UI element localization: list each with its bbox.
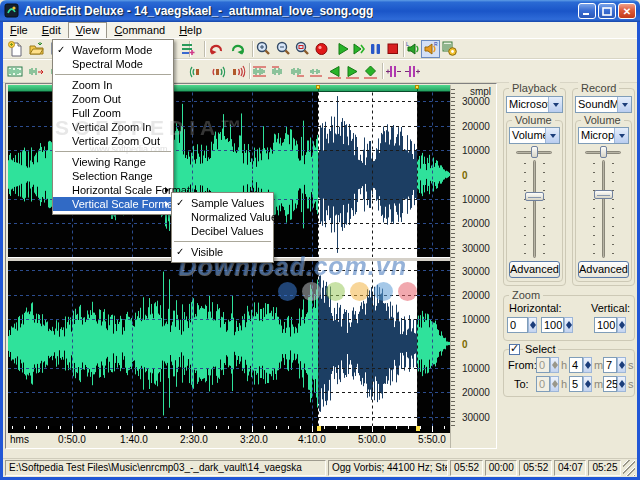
- view-menu: Waveform Mode Spectral Mode Zoom In Zoom…: [52, 39, 174, 215]
- select-from-seconds-field[interactable]: 7: [603, 357, 617, 373]
- playback-advanced-button[interactable]: Advanced: [509, 261, 560, 278]
- select-to-hours-field[interactable]: 0: [536, 376, 550, 392]
- loop-preview-button[interactable]: [228, 62, 247, 80]
- zoom-out-button[interactable]: [274, 40, 293, 58]
- record-volume-source-select[interactable]: Micropho: [578, 127, 629, 144]
- timeline-tick-strip[interactable]: [8, 426, 450, 433]
- selection-handle-icon[interactable]: [415, 85, 419, 89]
- zoom-h-start-field[interactable]: 0: [507, 317, 528, 333]
- select-to-minutes-field[interactable]: 5: [569, 376, 583, 392]
- menu-item-viewing-range[interactable]: Viewing Range: [53, 155, 173, 169]
- marker-start-button[interactable]: [384, 62, 403, 80]
- select-to-seconds-field[interactable]: 25: [603, 376, 617, 392]
- hours-unit: h: [561, 378, 567, 390]
- menu-item-vertical-zoom-in[interactable]: Vertical Zoom In: [53, 120, 173, 134]
- select-from-hours-field[interactable]: 0: [536, 357, 550, 373]
- spinner[interactable]: [617, 376, 626, 392]
- menu-item-zoom-out[interactable]: Zoom Out: [53, 92, 173, 106]
- select-from-minutes-field[interactable]: 4: [569, 357, 583, 373]
- spinner[interactable]: [617, 357, 626, 373]
- dropdown-button[interactable]: [548, 97, 562, 112]
- menu-item-horizontal-scale-format[interactable]: Horizontal Scale Format: [53, 183, 173, 197]
- select-all-button[interactable]: [250, 62, 269, 80]
- menu-file[interactable]: File: [3, 22, 35, 38]
- record-volume-thumb[interactable]: [594, 190, 613, 199]
- minimize-button[interactable]: [578, 3, 596, 19]
- open-file-button[interactable]: [27, 40, 46, 58]
- spinner[interactable]: [528, 317, 537, 333]
- status-selection-end-time: 05:25: [588, 460, 621, 476]
- go-to-start-button[interactable]: [325, 62, 344, 80]
- amplitude-scale: smpl 30000 20000 10000 0 10000 20000 300…: [450, 85, 495, 448]
- waveform-channel-right[interactable]: [8, 261, 450, 426]
- select-to-end-button[interactable]: [288, 62, 307, 80]
- menu-item-zoom-in[interactable]: Zoom In: [53, 78, 173, 92]
- spinner[interactable]: [550, 376, 559, 392]
- scale-label: 20000: [462, 218, 490, 229]
- menu-item-selection-range[interactable]: Selection Range: [53, 169, 173, 183]
- spinner[interactable]: [583, 357, 592, 373]
- playback-volume-source-select[interactable]: Volume Co: [509, 127, 560, 144]
- go-to-end-button[interactable]: [343, 62, 362, 80]
- menu-view[interactable]: View: [68, 22, 108, 38]
- waveform-insert-button[interactable]: [27, 62, 46, 80]
- record-advanced-button[interactable]: Advanced: [578, 261, 629, 278]
- dropdown-button[interactable]: [614, 128, 628, 143]
- maximize-button[interactable]: [598, 3, 616, 19]
- mix-paste-button[interactable]: [179, 40, 198, 58]
- menu-command[interactable]: Command: [107, 22, 172, 38]
- record-button[interactable]: [312, 40, 331, 58]
- zoom-in-button[interactable]: [254, 40, 273, 58]
- spinner[interactable]: [617, 317, 626, 333]
- go-to-selection-button[interactable]: [361, 62, 380, 80]
- menu-item-vertical-scale-format[interactable]: Vertical Scale Format: [53, 197, 173, 211]
- spinner[interactable]: [564, 317, 573, 333]
- menu-edit[interactable]: Edit: [35, 22, 68, 38]
- menu-item-waveform-mode[interactable]: Waveform Mode: [53, 43, 173, 57]
- mono-preview-button[interactable]: [188, 62, 207, 80]
- waveform-grid-button[interactable]: [6, 62, 25, 80]
- dropdown-button[interactable]: [545, 128, 559, 143]
- redo-button[interactable]: [228, 40, 247, 58]
- select-none-button[interactable]: [307, 62, 326, 80]
- zoom-v-field[interactable]: 100: [594, 317, 617, 333]
- timeline-ruler[interactable]: hms 0:50.0 1:40.0 2:30.0 3:20.0 4:10.0 5…: [8, 433, 450, 448]
- slider-ticks: [524, 163, 526, 255]
- select-to-start-button[interactable]: [269, 62, 288, 80]
- close-button[interactable]: ✕: [618, 3, 636, 19]
- stereo-preview-button[interactable]: [208, 62, 227, 80]
- playback-device-select[interactable]: Microsoft S: [506, 96, 563, 113]
- right-channel-speaker-button[interactable]: R: [421, 40, 440, 58]
- selection-handle-icon[interactable]: [316, 85, 320, 89]
- menu-item-visible[interactable]: Visible: [172, 245, 273, 259]
- playback-volume-thumb[interactable]: [525, 192, 544, 201]
- select-checkbox[interactable]: [509, 344, 520, 355]
- menu-item-full-zoom[interactable]: Full Zoom: [53, 106, 173, 120]
- menu-item-vertical-zoom-out[interactable]: Vertical Zoom Out: [53, 134, 173, 148]
- new-file-button[interactable]: [6, 40, 25, 58]
- menu-item-spectral-mode[interactable]: Spectral Mode: [53, 57, 173, 71]
- menu-item-decibel-values[interactable]: Decibel Values: [172, 224, 273, 238]
- record-device-select[interactable]: SoundMAX: [575, 96, 632, 113]
- marker-end-button[interactable]: [403, 62, 422, 80]
- menu-item-normalized-values[interactable]: Normalized Values: [172, 210, 273, 224]
- zoom-h-end-field[interactable]: 100: [541, 317, 564, 333]
- title-bar[interactable]: AudioEdit Deluxe - 14_vaegskael_-_autumn…: [0, 0, 640, 22]
- menu-item-sample-values[interactable]: Sample Values: [172, 196, 273, 210]
- stop-button[interactable]: [383, 40, 402, 58]
- record-volume-slider[interactable]: [602, 160, 605, 258]
- playback-volume-label: Volume: [512, 114, 555, 126]
- spinner[interactable]: [583, 376, 592, 392]
- audio-properties-button[interactable]: [440, 40, 459, 58]
- resize-grip[interactable]: [623, 460, 635, 476]
- zoom-selection-button[interactable]: [293, 40, 312, 58]
- menu-help[interactable]: Help: [172, 22, 209, 38]
- playback-volume-slider[interactable]: [533, 160, 536, 258]
- playback-balance-thumb[interactable]: [531, 146, 538, 158]
- record-balance-thumb[interactable]: [600, 146, 607, 158]
- status-total-time: 05:52: [450, 460, 483, 476]
- scale-label: 30000: [462, 266, 490, 277]
- undo-button[interactable]: [207, 40, 226, 58]
- dropdown-button[interactable]: [617, 97, 631, 112]
- spinner[interactable]: [550, 357, 559, 373]
